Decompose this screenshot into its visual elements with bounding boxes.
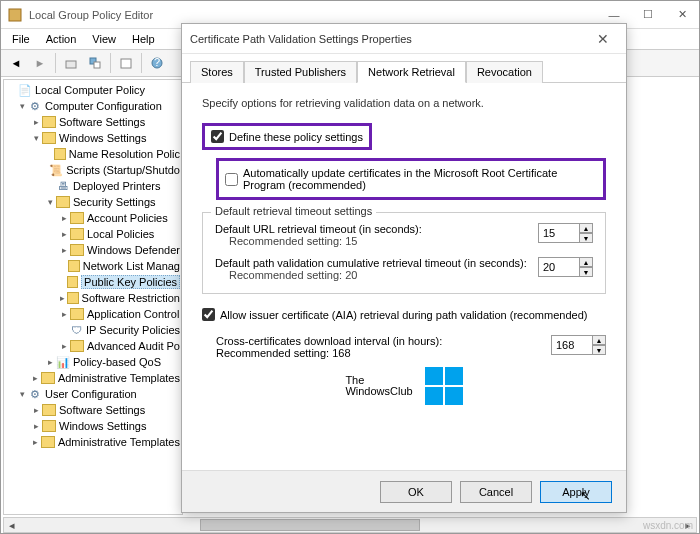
- cross-cert-down[interactable]: ▼: [592, 345, 606, 355]
- cancel-button[interactable]: Cancel: [460, 481, 532, 503]
- app-icon: [7, 7, 23, 23]
- menu-file[interactable]: File: [5, 31, 37, 47]
- tree-lp[interactable]: ▸Local Policies: [6, 226, 180, 242]
- path-timeout-down[interactable]: ▼: [579, 267, 593, 277]
- tree-cc[interactable]: ▾⚙Computer Configuration: [6, 98, 180, 114]
- watermark-logo: The WindowsClub: [202, 367, 606, 405]
- back-button[interactable]: ◄: [5, 52, 27, 74]
- timeout-group: Default retrieval timeout settings Defau…: [202, 212, 606, 294]
- close-button[interactable]: ✕: [665, 4, 699, 26]
- url-timeout-down[interactable]: ▼: [579, 233, 593, 243]
- tree-nlm[interactable]: Network List Manag: [6, 258, 180, 274]
- tree-panel[interactable]: 📄Local Computer Policy ▾⚙Computer Config…: [3, 79, 183, 515]
- logo-line2: WindowsClub: [345, 386, 412, 397]
- svg-rect-1: [66, 61, 76, 68]
- tree-ss[interactable]: ▸Software Settings: [6, 114, 180, 130]
- url-timeout-input[interactable]: [538, 223, 580, 243]
- tree-at2[interactable]: ▸Administrative Templates: [6, 434, 180, 450]
- scroll-left-button[interactable]: ◂: [4, 518, 20, 532]
- auto-update-label: Automatically update certificates in the…: [243, 167, 597, 191]
- tab-network-retrieval[interactable]: Network Retrieval: [357, 61, 466, 83]
- path-timeout-label: Default path validation cumulative retri…: [215, 257, 538, 269]
- path-timeout-input[interactable]: [538, 257, 580, 277]
- properties-dialog: Certificate Path Validation Settings Pro…: [181, 23, 627, 513]
- horizontal-scrollbar[interactable]: ◂ ▸: [3, 517, 697, 533]
- tree-qos[interactable]: ▸📊Policy-based QoS: [6, 354, 180, 370]
- url-timeout-up[interactable]: ▲: [579, 223, 593, 233]
- help-button[interactable]: ?: [146, 52, 168, 74]
- tree-ws2[interactable]: ▸Windows Settings: [6, 418, 180, 434]
- tab-trusted-publishers[interactable]: Trusted Publishers: [244, 61, 357, 83]
- tree-wd[interactable]: ▸Windows Defender: [6, 242, 180, 258]
- tabstrip: Stores Trusted Publishers Network Retrie…: [182, 54, 626, 83]
- svg-rect-4: [121, 59, 131, 68]
- menu-action[interactable]: Action: [39, 31, 84, 47]
- menu-view[interactable]: View: [85, 31, 123, 47]
- timeout-group-legend: Default retrieval timeout settings: [211, 205, 376, 217]
- tree-ac[interactable]: ▸Application Control: [6, 306, 180, 322]
- url-timeout-label: Default URL retrieval timeout (in second…: [215, 223, 538, 235]
- windows-logo-icon: [425, 367, 463, 405]
- tree-ipsec[interactable]: 🛡IP Security Policies: [6, 322, 180, 338]
- define-settings-checkbox[interactable]: [211, 130, 224, 143]
- cross-cert-spinner[interactable]: ▲▼: [551, 335, 606, 355]
- tab-revocation[interactable]: Revocation: [466, 61, 543, 83]
- auto-update-highlight: Automatically update certificates in the…: [216, 158, 606, 200]
- menu-help[interactable]: Help: [125, 31, 162, 47]
- scroll-thumb[interactable]: [200, 519, 420, 531]
- tree-ap[interactable]: ▸Account Policies: [6, 210, 180, 226]
- url-timeout-rec: Recommended setting: 15: [215, 235, 538, 247]
- tree-ss2[interactable]: ▸Software Settings: [6, 402, 180, 418]
- up-button[interactable]: [60, 52, 82, 74]
- svg-rect-0: [9, 9, 21, 21]
- tree-at[interactable]: ▸Administrative Templates: [6, 370, 180, 386]
- tree-root[interactable]: 📄Local Computer Policy: [6, 82, 180, 98]
- cross-cert-label: Cross-certificates download interval (in…: [216, 335, 551, 347]
- svg-rect-3: [94, 62, 100, 68]
- aia-checkbox[interactable]: [202, 308, 215, 321]
- export-button[interactable]: [115, 52, 137, 74]
- tree-ws[interactable]: ▾Windows Settings: [6, 130, 180, 146]
- show-hide-button[interactable]: [84, 52, 106, 74]
- path-timeout-up[interactable]: ▲: [579, 257, 593, 267]
- svg-text:?: ?: [154, 56, 160, 68]
- page-watermark: wsxdn.com: [643, 520, 693, 531]
- dialog-title: Certificate Path Validation Settings Pro…: [190, 33, 588, 45]
- tree-aap[interactable]: ▸Advanced Audit Po: [6, 338, 180, 354]
- auto-update-checkbox[interactable]: [225, 173, 238, 186]
- cross-cert-input[interactable]: [551, 335, 593, 355]
- ok-button[interactable]: OK: [380, 481, 452, 503]
- tree-dp[interactable]: 🖶Deployed Printers: [6, 178, 180, 194]
- define-settings-highlight: Define these policy settings: [202, 123, 372, 150]
- apply-button[interactable]: Apply: [540, 481, 612, 503]
- description-text: Specify options for retrieving validatio…: [202, 97, 606, 109]
- tree-uc[interactable]: ▾⚙User Configuration: [6, 386, 180, 402]
- tree-scr[interactable]: 📜Scripts (Startup/Shutdo: [6, 162, 180, 178]
- tree-pkp[interactable]: Public Key Policies: [6, 274, 180, 290]
- tab-stores[interactable]: Stores: [190, 61, 244, 83]
- url-timeout-spinner[interactable]: ▲▼: [538, 223, 593, 243]
- tree-nrp[interactable]: Name Resolution Polic: [6, 146, 180, 162]
- cross-cert-rec: Recommended setting: 168: [216, 347, 551, 359]
- tree-sr[interactable]: ▸Software Restriction: [6, 290, 180, 306]
- cross-cert-up[interactable]: ▲: [592, 335, 606, 345]
- main-title: Local Group Policy Editor: [29, 9, 597, 21]
- aia-label: Allow issuer certificate (AIA) retrieval…: [220, 309, 587, 321]
- path-timeout-rec: Recommended setting: 20: [215, 269, 538, 281]
- path-timeout-spinner[interactable]: ▲▼: [538, 257, 593, 277]
- maximize-button[interactable]: ☐: [631, 4, 665, 26]
- dialog-close-button[interactable]: ✕: [588, 28, 618, 50]
- define-settings-label: Define these policy settings: [229, 131, 363, 143]
- tree-sec[interactable]: ▾Security Settings: [6, 194, 180, 210]
- forward-button[interactable]: ►: [29, 52, 51, 74]
